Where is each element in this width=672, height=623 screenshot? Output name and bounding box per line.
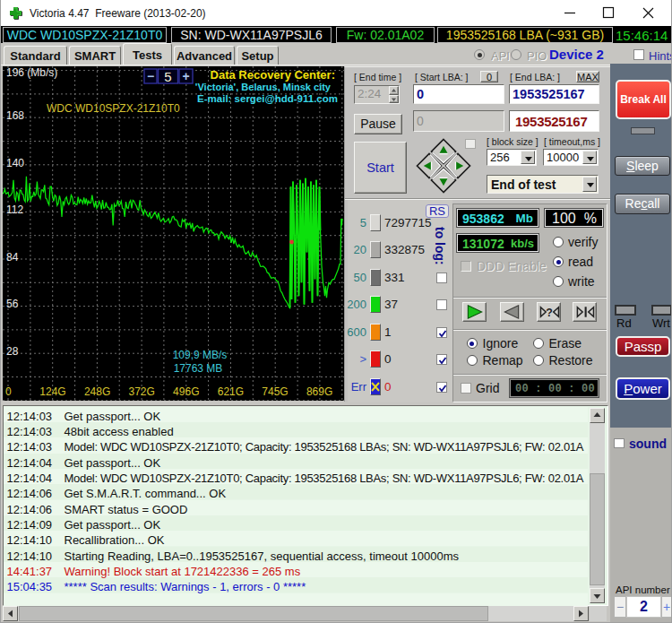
svg-text:WDC WD10SPZX-21Z10T0: WDC WD10SPZX-21Z10T0 xyxy=(47,102,180,115)
svg-text:869G: 869G xyxy=(306,385,332,398)
svg-text:372G: 372G xyxy=(129,385,155,398)
svg-text:124G: 124G xyxy=(39,385,65,398)
svg-text:56: 56 xyxy=(6,298,19,310)
svg-text:84: 84 xyxy=(6,251,19,264)
svg-text:'Victoria', Belarus, Minsk cit: 'Victoria', Belarus, Minsk city xyxy=(195,82,332,92)
svg-text:621G: 621G xyxy=(218,385,244,398)
svg-text:196 (Mb/s): 196 (Mb/s) xyxy=(6,66,57,79)
svg-text:−: − xyxy=(147,69,154,83)
svg-text:496G: 496G xyxy=(173,385,199,398)
svg-text:?: ? xyxy=(546,307,553,319)
svg-text:+: + xyxy=(182,69,189,83)
svg-text:745G: 745G xyxy=(262,385,288,398)
svg-text:112: 112 xyxy=(6,203,23,216)
svg-text:248G: 248G xyxy=(84,385,110,398)
svg-text:E-mail: sergei@hdd-911.com: E-mail: sergei@hdd-911.com xyxy=(197,93,338,104)
svg-text:Data Recovery Center:: Data Recovery Center: xyxy=(211,68,335,82)
svg-text:109,9 MB/s: 109,9 MB/s xyxy=(173,349,228,361)
svg-text:28: 28 xyxy=(6,345,19,358)
svg-text:0: 0 xyxy=(5,385,12,398)
svg-text:168: 168 xyxy=(6,109,24,122)
svg-text:5: 5 xyxy=(164,69,171,84)
svg-text:140: 140 xyxy=(6,157,24,169)
svg-text:17763 MB: 17763 MB xyxy=(174,362,223,375)
